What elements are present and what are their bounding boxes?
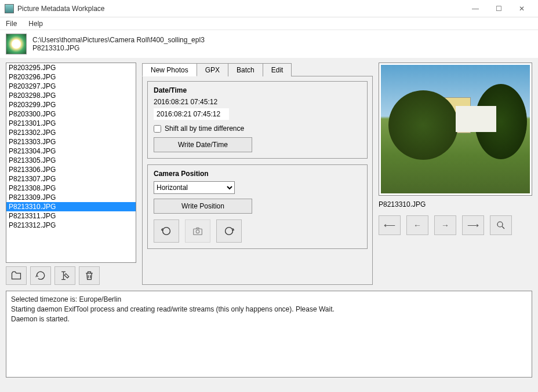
file-list-item[interactable]: P8213305.JPG (6, 156, 136, 165)
datetime-group: Date/Time 2016:08:21 07:45:12 2016:08:21… (147, 81, 368, 159)
zoom-button[interactable] (490, 215, 512, 235)
file-list-item[interactable]: P8213302.JPG (6, 128, 136, 137)
write-datetime-button[interactable]: Write Date/Time (154, 137, 252, 152)
file-list-item[interactable]: P8213312.JPG (6, 221, 136, 230)
file-list-item[interactable]: P8203298.JPG (6, 91, 136, 100)
file-list-item[interactable]: P8213301.JPG (6, 119, 136, 128)
camerapos-select[interactable]: Horizontal (154, 181, 235, 194)
rotate-right-button[interactable] (216, 219, 242, 243)
svg-point-4 (497, 222, 503, 227)
file-list-item[interactable]: P8203296.JPG (6, 72, 136, 82)
image-preview (379, 63, 532, 196)
file-list-item[interactable]: P8213310.JPG (6, 202, 136, 211)
file-list-item[interactable]: P8203299.JPG (6, 100, 136, 109)
file-list-item[interactable]: P8203300.JPG (6, 109, 136, 119)
delete-button[interactable] (79, 266, 100, 285)
datetime-label: Date/Time (154, 86, 361, 94)
pathbar: C:\Users\thoma\Pictures\Camera Roll\f400… (0, 30, 538, 58)
minimize-button[interactable]: — (464, 1, 487, 17)
svg-point-3 (226, 228, 233, 235)
svg-point-0 (163, 228, 170, 235)
close-button[interactable]: ✕ (510, 1, 533, 17)
tab-edit[interactable]: Edit (263, 63, 292, 76)
file-list-item[interactable]: P8213307.JPG (6, 174, 136, 184)
tab-batch[interactable]: Batch (228, 63, 263, 76)
file-list-item[interactable]: P8213308.JPG (6, 184, 136, 193)
window-title: Picture Metadata Workplace (17, 5, 464, 13)
log-panel[interactable]: Selected timezone is: Europe/BerlinStart… (6, 291, 532, 378)
rename-button[interactable] (54, 266, 75, 285)
path-filename: P8213310.JPG (32, 44, 205, 52)
file-list-item[interactable]: P8213309.JPG (6, 193, 136, 202)
nav-prev-button[interactable]: ← (406, 215, 428, 235)
datetime-input[interactable]: 2016:08:21 07:45:12 (154, 108, 229, 120)
file-list-item[interactable]: P8203297.JPG (6, 82, 136, 91)
write-position-button[interactable]: Write Position (154, 199, 252, 214)
menubar: File Help (0, 17, 538, 30)
menu-help[interactable]: Help (26, 19, 45, 29)
nav-last-button[interactable]: ⟶ (462, 215, 484, 235)
path-directory: C:\Users\thoma\Pictures\Camera Roll\f400… (32, 36, 205, 44)
shift-label: Shift all by time difference (165, 124, 244, 133)
file-list-item[interactable]: P8213306.JPG (6, 165, 136, 174)
maximize-button[interactable]: ☐ (487, 1, 510, 17)
camerapos-label: Camera Position (154, 170, 361, 178)
open-folder-button[interactable] (6, 266, 27, 285)
tab-gpx[interactable]: GPX (197, 63, 228, 76)
datetime-original: 2016:08:21 07:45:12 (154, 98, 361, 106)
file-list-item[interactable]: P8213311.JPG (6, 211, 136, 221)
menu-file[interactable]: File (3, 19, 19, 29)
file-list-item[interactable]: P8203295.JPG (6, 63, 136, 72)
shift-checkbox-row[interactable]: Shift all by time difference (154, 124, 361, 133)
log-line: Daemon is started. (11, 314, 527, 324)
titlebar: Picture Metadata Workplace — ☐ ✕ (0, 0, 538, 17)
path-thumbnail (6, 34, 27, 54)
shift-checkbox[interactable] (154, 125, 161, 133)
file-list[interactable]: P8203295.JPGP8203296.JPGP8203297.JPGP820… (6, 63, 136, 263)
file-list-item[interactable]: P8213303.JPG (6, 137, 136, 146)
log-line: Selected timezone is: Europe/Berlin (11, 295, 527, 305)
nav-next-button[interactable]: → (434, 215, 456, 235)
app-icon (5, 4, 14, 13)
rotate-left-button[interactable] (154, 219, 179, 243)
svg-point-2 (196, 230, 199, 233)
tabstrip: New Photos GPX Batch Edit (142, 63, 373, 76)
refresh-button[interactable] (30, 266, 51, 285)
log-line: Starting daemon ExifTool process and cre… (11, 305, 527, 314)
camerapos-group: Camera Position Horizontal Write Positio… (147, 164, 368, 249)
camera-icon-button (185, 219, 210, 243)
nav-first-button[interactable]: ⟵ (379, 215, 401, 235)
file-list-item[interactable]: P8213304.JPG (6, 146, 136, 156)
tab-panel: Date/Time 2016:08:21 07:45:12 2016:08:21… (142, 76, 373, 285)
preview-filename: P8213310.JPG (379, 200, 532, 208)
tab-new-photos[interactable]: New Photos (142, 63, 197, 76)
